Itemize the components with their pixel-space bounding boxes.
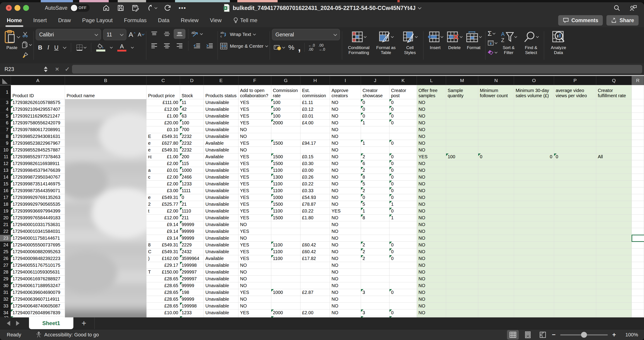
cell-R31[interactable] [632,289,644,296]
next-sheet-icon[interactable] [16,321,20,326]
cell-L24[interactable]: NO [417,242,446,248]
confirm-entry-icon[interactable]: ✓ [65,66,70,73]
cell-C4[interactable]: £12.00 [146,106,180,113]
cell-J12[interactable]: 6 [361,160,390,167]
cell-J19[interactable]: 1 [361,208,390,214]
cell-P9[interactable] [554,140,596,147]
cell-G3[interactable]: 100 [271,99,300,106]
cell-D17[interactable]: 0 [180,194,204,201]
cell-L28[interactable]: NO [417,269,446,276]
cell-M23[interactable] [446,235,478,242]
cell-N27[interactable] [478,262,514,269]
row-header-21[interactable]: 21 [0,221,11,228]
cell-K21[interactable] [390,221,417,228]
column-header-N[interactable]: N [478,76,514,85]
zoom-in-button[interactable]: + [612,331,616,339]
more-commands-icon[interactable]: ••• [179,4,186,11]
cell-E16[interactable]: Unavailable [204,187,238,194]
cell-D13[interactable]: 1000 [180,167,204,174]
cell-R1[interactable] [632,85,644,99]
zoom-slider[interactable] [560,334,608,336]
cell-J21[interactable] [361,221,390,228]
cell-R30[interactable] [632,282,644,289]
underline-button[interactable]: U [54,44,58,51]
cell-M20[interactable] [446,214,478,221]
cell-O3[interactable] [514,99,554,106]
cell-K13[interactable]: 0 [390,167,417,174]
cell-R7[interactable] [632,126,644,133]
cell-K20[interactable]: 1 [390,214,417,221]
cell-K3[interactable]: 0 [390,99,417,106]
cell-J28[interactable] [361,269,390,276]
cell-O14[interactable] [514,174,554,181]
cell-N15[interactable] [478,181,514,187]
cell-L7[interactable]: NO [417,126,446,133]
cell-M14[interactable] [446,174,478,181]
cell-A30[interactable]: 1729400617188953247 [11,282,65,289]
row-header-31[interactable]: 31 [0,289,11,296]
cell-R14[interactable] [632,174,644,181]
cell-C12[interactable]: £2.00 [146,160,180,167]
column-header-H[interactable]: H [300,76,330,85]
cell-H4[interactable]: £0.12 [300,106,330,113]
cell-I18[interactable]: NO [330,201,361,208]
row-header-30[interactable]: 30 [0,282,11,289]
tab-draw[interactable]: Draw [58,14,71,27]
row-header-18[interactable]: 18 [0,201,11,208]
cell-P32[interactable] [554,296,596,303]
cell-Q18[interactable] [596,201,632,208]
cell-E7[interactable]: Unavailable [204,126,238,133]
cell-C6[interactable]: £20.00 [146,120,180,126]
cell-K5[interactable]: 0 [390,113,417,120]
cell-D14[interactable]: 2466 [180,174,204,181]
cell-N6[interactable] [478,120,514,126]
increase-indent-button[interactable] [204,41,216,51]
cell-D25[interactable]: 2432 [180,248,204,255]
cell-E25[interactable]: Unavailable [204,248,238,255]
cell-A5[interactable]: 1729392116290521247 [11,113,65,120]
cell-K15[interactable]: 0 [390,181,417,187]
cell-G5[interactable]: 100 [271,113,300,120]
cell-K27[interactable] [390,262,417,269]
cell-K8[interactable] [390,133,417,140]
cell-N13[interactable] [478,167,514,174]
cell-A14[interactable]: 1729399872950340767 [11,174,65,181]
cell-M34[interactable] [446,310,478,316]
align-center-button[interactable] [161,41,173,51]
cell-P23[interactable] [554,235,596,242]
autosum-button[interactable]: Σ [488,29,497,37]
cell-H30[interactable] [300,282,330,289]
cell-N7[interactable] [478,126,514,133]
column-header-A[interactable]: A [11,76,65,85]
cell-P28[interactable] [554,269,596,276]
cell-G28[interactable] [271,269,300,276]
select-all-corner[interactable] [0,76,11,85]
cell-E34[interactable]: Unavailable [204,310,238,316]
cell-Q29[interactable] [596,276,632,282]
cell-Q4[interactable] [596,106,632,113]
cell-F34[interactable]: YES [238,310,271,316]
tab-page-layout[interactable]: Page Layout [82,14,113,27]
zoom-window-button[interactable] [23,5,29,11]
row-header-7[interactable]: 7 [0,126,11,133]
orientation-button[interactable]: ab [191,30,202,38]
accounting-format-button[interactable] [274,43,285,51]
cell-K33[interactable] [390,303,417,310]
chevron-down-icon[interactable] [131,46,134,49]
cell-P19[interactable] [554,208,596,214]
cell-O15[interactable] [514,181,554,187]
cell-D33[interactable]: 199998 [180,303,204,310]
cell-D1[interactable]: Stock [180,85,204,99]
cell-A23[interactable]: 1729400011758144671 [11,235,65,242]
cell-C32[interactable]: £28.65 [146,296,180,303]
column-header-G[interactable]: G [271,76,300,85]
cell-A20[interactable]: 1729399976584449183 [11,214,65,221]
cell-P15[interactable] [554,181,596,187]
cell-I23[interactable]: NO [330,235,361,242]
cell-D12[interactable]: 115 [180,160,204,167]
cell-H34[interactable]: £2.00 [300,310,330,316]
cell-H17[interactable]: £54.93 [300,194,330,201]
align-middle-button[interactable] [161,29,173,39]
cell-O27[interactable] [514,262,554,269]
cell-F14[interactable]: YES [238,174,271,181]
